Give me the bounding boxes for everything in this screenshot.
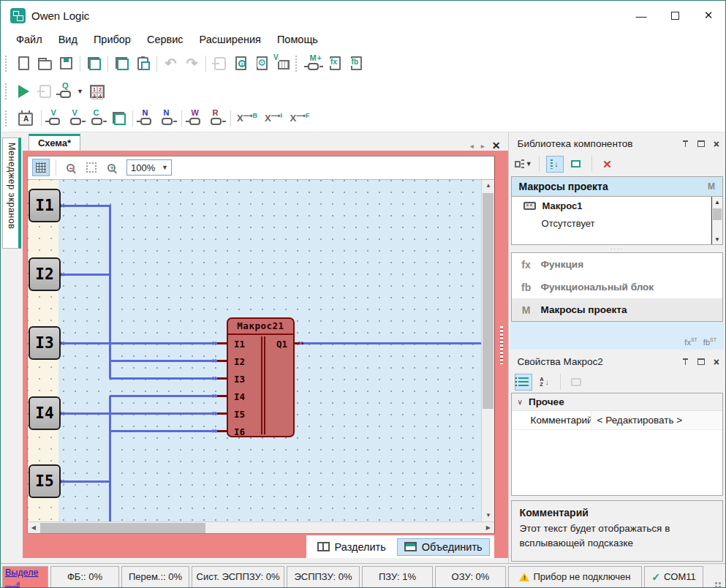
start-simulation-button[interactable] xyxy=(13,81,34,102)
toolbar-grip[interactable] xyxy=(295,56,300,72)
toolbar-grip[interactable] xyxy=(5,83,10,99)
chevron-expand-icon[interactable]: ∨ xyxy=(518,398,523,406)
tab-scroll-right-icon[interactable]: ▸ xyxy=(481,142,485,150)
input-block-i3[interactable]: I3 xyxy=(29,326,61,360)
menu-item-1[interactable]: Вид xyxy=(50,32,86,47)
variables-table-button[interactable]: V xyxy=(273,53,294,74)
output-variable-button[interactable]: V xyxy=(66,108,87,129)
print-button[interactable] xyxy=(83,53,105,74)
scroll-down-icon[interactable]: ▼ xyxy=(712,234,722,244)
input-block-i2[interactable]: I2 xyxy=(29,257,61,291)
property-value[interactable]: < Редактировать > xyxy=(591,411,722,429)
network-input-button[interactable]: N xyxy=(136,108,157,129)
toolbar-grip[interactable] xyxy=(5,110,10,127)
sort-button[interactable]: ↓ xyxy=(546,156,564,173)
macro-block[interactable]: Макрос21I1I2I3I4I5I6Q1 xyxy=(227,317,295,437)
menu-item-4[interactable]: Расширения xyxy=(192,32,269,47)
restore-icon[interactable] xyxy=(697,358,705,365)
category-row-M[interactable]: MМакросы проекта xyxy=(512,298,722,321)
device-info-button[interactable]: i xyxy=(230,53,252,74)
category-row-fb[interactable]: fbФункциональный блок xyxy=(512,276,722,298)
menu-item-3[interactable]: Сервис xyxy=(139,32,192,47)
save-file-button[interactable] xyxy=(56,53,77,74)
pin-icon[interactable] xyxy=(682,358,689,365)
horizontal-scroll-thumb[interactable] xyxy=(40,523,205,533)
print-form-button[interactable] xyxy=(108,108,129,129)
function-editor-button[interactable]: fx xyxy=(325,53,346,74)
convert-to-int-button[interactable]: X⟶I xyxy=(260,108,287,129)
screens-manager-button[interactable]: A xyxy=(13,108,38,129)
menu-item-5[interactable]: Помощь xyxy=(269,32,326,47)
menu-item-2[interactable]: Прибор xyxy=(86,32,139,47)
write-to-device-button[interactable] xyxy=(209,53,230,74)
device-settings-button[interactable]: ⚙ xyxy=(252,53,273,74)
open-file-button[interactable] xyxy=(34,53,56,74)
vertical-scroll-thumb[interactable] xyxy=(483,193,494,409)
paste-button[interactable] xyxy=(132,53,154,74)
dropdown-caret-icon[interactable]: ▼ xyxy=(77,88,83,95)
split-button[interactable]: Разделить xyxy=(311,539,393,555)
output-block-button[interactable]: Q ▼ xyxy=(56,81,85,102)
property-pages-button[interactable] xyxy=(567,374,585,391)
redo-button[interactable]: ↷ xyxy=(181,53,203,74)
upload-program-button[interactable] xyxy=(34,81,56,102)
categorized-view-button[interactable] xyxy=(515,374,532,391)
tab-schema[interactable]: Схема* xyxy=(29,134,80,151)
delete-button[interactable]: ✕ xyxy=(599,156,616,173)
copy-button[interactable] xyxy=(111,53,132,74)
close-icon[interactable]: × xyxy=(714,357,719,367)
write-variable-button[interactable]: W xyxy=(185,108,206,129)
zoom-out-button[interactable]: − xyxy=(62,159,80,176)
restore-icon[interactable] xyxy=(697,140,705,147)
add-macro-button[interactable]: M+ xyxy=(303,53,325,74)
merge-button[interactable]: Объединить xyxy=(397,538,490,556)
alphabetical-sort-button[interactable]: AZ↓ xyxy=(536,374,553,391)
tab-scroll-left-icon[interactable]: ◂ xyxy=(470,142,474,150)
input-block-i4[interactable]: I4 xyxy=(29,396,61,430)
scroll-left-icon[interactable]: ◀ xyxy=(28,522,39,534)
function-block-editor-button[interactable]: fb xyxy=(346,53,367,74)
property-row-comment[interactable]: Комментарий < Редактировать > xyxy=(512,411,722,430)
constant-button[interactable]: C xyxy=(87,108,108,129)
toggle-grid-button[interactable] xyxy=(32,159,50,176)
panel-splitter-handle[interactable] xyxy=(500,326,503,364)
minimize-button[interactable]: — xyxy=(624,4,658,27)
undo-button[interactable]: ↶ xyxy=(160,53,181,74)
fx-st-icon[interactable]: fxST xyxy=(684,337,697,347)
convert-to-float-button[interactable]: X⟶F xyxy=(287,108,313,129)
close-icon[interactable]: × xyxy=(714,139,719,149)
toolbar-grip[interactable] xyxy=(5,56,10,72)
property-group-row[interactable]: ∨ Прочее xyxy=(512,393,722,411)
new-file-button[interactable] xyxy=(13,53,34,74)
input-variable-button[interactable]: V xyxy=(45,108,66,129)
tab-close-icon[interactable]: ✕ xyxy=(492,140,501,151)
scroll-down-icon[interactable]: ▼ xyxy=(482,510,495,521)
input-block-i1[interactable]: I1 xyxy=(29,189,61,222)
input-block-i5[interactable]: I5 xyxy=(29,464,61,498)
library-item-0[interactable]: Макрос1 xyxy=(512,197,722,214)
list-scrollbar[interactable]: ▲ ▼ xyxy=(711,197,722,244)
selection-link[interactable]: Выделе xyxy=(5,568,38,578)
library-item-1[interactable]: Отсутствует xyxy=(512,214,722,232)
scroll-up-icon[interactable]: ▲ xyxy=(482,180,495,192)
pin-icon[interactable] xyxy=(682,140,689,147)
zoom-in-button[interactable]: + xyxy=(103,159,121,176)
menu-item-0[interactable]: Файл xyxy=(8,32,50,47)
screens-manager-tab[interactable]: Менеджер экранов xyxy=(2,137,21,249)
zoom-level-select[interactable]: 100% ▼ xyxy=(126,159,172,176)
network-output-button[interactable]: N xyxy=(157,108,178,129)
vertical-scrollbar[interactable]: ▲ ▼ xyxy=(481,180,494,521)
category-row-fx[interactable]: fxФункция xyxy=(512,253,722,276)
horizontal-scrollbar[interactable]: ◀ ▶ xyxy=(28,521,494,533)
schematic-canvas[interactable]: ××××××××××××I1I2I3I4I5Макрос21I1I2I3I4I5… xyxy=(28,180,481,521)
collapse-folders-button[interactable] xyxy=(567,156,585,173)
status-cell-link[interactable]: Выделе.... ..й xyxy=(2,566,48,588)
read-variable-button[interactable]: R xyxy=(206,108,227,129)
scroll-up-icon[interactable]: ▲ xyxy=(712,197,722,207)
window-resize-grip[interactable] xyxy=(714,581,722,588)
close-button[interactable]: ✕ xyxy=(692,4,725,27)
convert-to-bool-button[interactable]: X⟶B xyxy=(234,108,260,129)
maximize-button[interactable] xyxy=(658,4,692,27)
scroll-right-icon[interactable]: ▶ xyxy=(483,522,494,534)
list-scroll-thumb[interactable] xyxy=(713,208,722,220)
